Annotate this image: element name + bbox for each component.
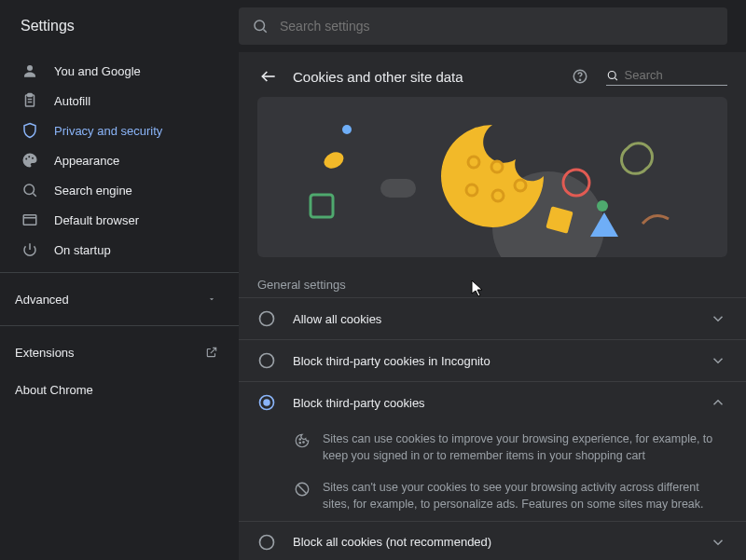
chevron-down-icon [710, 352, 726, 369]
palette-icon [21, 151, 39, 170]
svg-point-38 [303, 442, 305, 444]
svg-line-41 [298, 485, 307, 494]
sidebar-item-default-browser[interactable]: Default browser [0, 205, 239, 235]
svg-rect-4 [28, 94, 33, 97]
svg-point-39 [299, 443, 301, 444]
svg-point-7 [25, 158, 27, 160]
option-label: Block all cookies (not recommended) [293, 535, 709, 549]
global-search[interactable] [239, 7, 727, 45]
option-block-all-cookies[interactable]: Block all cookies (not recommended) [239, 521, 746, 561]
about-label: About Chrome [15, 383, 93, 397]
collapse-button[interactable] [709, 393, 727, 412]
sidebar-item-search-engine[interactable]: Search engine [0, 175, 239, 205]
open-external-icon [205, 346, 218, 359]
power-icon [21, 240, 39, 259]
cookies-hero-illustration [257, 97, 727, 257]
svg-point-17 [608, 71, 615, 78]
svg-point-34 [260, 354, 274, 368]
page-search-input[interactable] [625, 68, 727, 82]
radio-unselected-icon [257, 533, 276, 552]
sidebar: You and Google Autofill Privacy and secu… [0, 52, 239, 560]
sidebar-item-label: Appearance [54, 154, 119, 168]
sidebar-item-on-startup[interactable]: On startup [0, 235, 239, 265]
radio-unselected-icon [257, 309, 276, 328]
back-button[interactable] [257, 65, 280, 88]
person-icon [21, 61, 39, 80]
content-area: Cookies and other site data [239, 52, 746, 560]
detail-text: Sites can use cookies to improve your br… [323, 430, 727, 464]
detail-text: Sites can't use your cookies to see your… [323, 479, 727, 512]
expand-button[interactable] [709, 351, 727, 370]
chevron-up-icon [710, 394, 726, 411]
search-icon [21, 181, 39, 199]
block-icon [293, 480, 311, 499]
extensions-label: Extensions [15, 346, 75, 360]
svg-point-9 [32, 157, 34, 159]
sidebar-item-label: Autofill [54, 94, 90, 108]
svg-point-37 [299, 439, 301, 441]
svg-point-32 [597, 200, 608, 212]
sidebar-item-label: Privacy and security [54, 124, 162, 138]
svg-point-2 [27, 65, 33, 71]
option-detail-allowed: Sites can use cookies to improve your br… [239, 423, 746, 471]
page-title: Cookies and other site data [293, 69, 558, 85]
global-search-input[interactable] [280, 19, 714, 34]
option-label: Block third-party cookies [293, 396, 709, 410]
topbar: Settings [0, 0, 746, 52]
expand-button[interactable] [709, 533, 727, 552]
shield-icon [21, 121, 39, 140]
svg-rect-25 [311, 195, 333, 217]
chevron-down-icon [710, 310, 726, 327]
svg-point-8 [28, 156, 30, 157]
svg-line-1 [263, 29, 266, 32]
chevron-down-icon [207, 294, 216, 304]
svg-rect-28 [380, 179, 416, 198]
svg-point-16 [579, 79, 580, 80]
sidebar-item-appearance[interactable]: Appearance [0, 145, 239, 175]
sidebar-item-label: You and Google [54, 64, 141, 78]
option-label: Block third-party cookies in Incognito [293, 354, 709, 368]
arrow-left-icon [259, 67, 278, 86]
svg-point-10 [24, 184, 35, 195]
radio-selected-icon [257, 393, 276, 412]
app-title: Settings [0, 18, 239, 34]
option-label: Allow all cookies [293, 312, 709, 326]
search-icon [252, 18, 269, 34]
search-icon [606, 68, 619, 83]
advanced-label: Advanced [15, 293, 69, 307]
cookie-icon [293, 431, 311, 450]
option-allow-all-cookies[interactable]: Allow all cookies [239, 297, 746, 339]
sidebar-item-label: On startup [54, 243, 111, 257]
page-search[interactable] [606, 68, 727, 86]
sidebar-item-label: Search engine [54, 184, 132, 198]
svg-point-42 [260, 535, 274, 549]
svg-point-26 [342, 125, 352, 134]
svg-point-27 [322, 149, 347, 171]
option-detail-blocked: Sites can't use your cookies to see your… [239, 471, 746, 520]
svg-rect-12 [23, 215, 36, 225]
option-block-third-party-incognito[interactable]: Block third-party cookies in Incognito [239, 339, 746, 381]
expand-button[interactable] [709, 309, 727, 328]
chevron-down-icon [710, 534, 726, 551]
sidebar-item-label: Default browser [54, 213, 139, 227]
radio-unselected-icon [257, 351, 276, 370]
sidebar-advanced[interactable]: Advanced [0, 280, 239, 318]
svg-point-36 [263, 399, 270, 406]
clipboard-icon [21, 91, 39, 110]
page-header: Cookies and other site data [239, 52, 746, 97]
svg-point-0 [255, 20, 265, 31]
svg-line-11 [33, 193, 35, 196]
help-icon [572, 68, 588, 85]
sidebar-item-you-and-google[interactable]: You and Google [0, 56, 239, 86]
sidebar-extensions[interactable]: Extensions [0, 334, 239, 371]
sidebar-item-privacy-security[interactable]: Privacy and security [0, 116, 239, 145]
svg-line-18 [615, 77, 616, 79]
svg-point-33 [260, 312, 274, 326]
sidebar-item-autofill[interactable]: Autofill [0, 86, 239, 116]
general-settings-label: General settings [239, 268, 746, 297]
help-button[interactable] [571, 67, 589, 86]
browser-icon [21, 211, 39, 229]
sidebar-about-chrome[interactable]: About Chrome [0, 371, 239, 408]
option-block-third-party[interactable]: Block third-party cookies [239, 381, 746, 423]
